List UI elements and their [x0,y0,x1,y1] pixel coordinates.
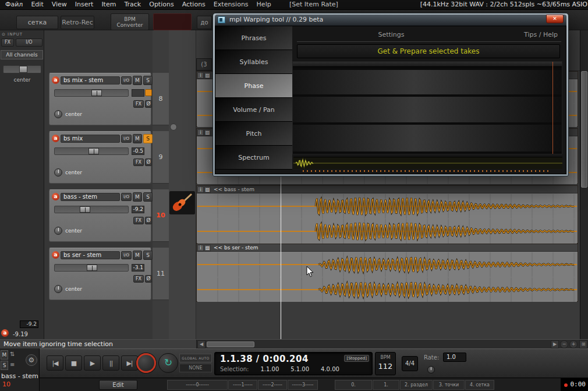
track-number[interactable]: 10 [153,189,169,242]
play-button[interactable]: ▶ [84,355,101,371]
fader-handle[interactable] [80,206,90,213]
menu-item-3[interactable]: Insert [71,0,98,9]
selection-value[interactable]: 4.0.00 [321,366,339,372]
track-pan-knob[interactable] [54,168,62,177]
item-info-icon[interactable]: i [197,72,204,79]
go-to-start-button[interactable]: |◀ [47,355,63,371]
menu-item-9[interactable]: Help [253,0,275,9]
fader-handle[interactable] [87,265,97,271]
stop-button[interactable]: ■ [65,355,82,371]
menu-item-2[interactable]: View [48,0,71,9]
repeat-button[interactable]: ↻ [158,353,178,373]
auto-arm-indicator[interactable] [145,89,152,96]
waveform-lane[interactable] [197,194,577,219]
bpm-converter-button[interactable]: BPM Converter [111,13,149,30]
tab-tips-help[interactable]: Tips / Help [524,31,558,38]
track-mute-button[interactable]: M [133,76,142,85]
track-fx-button[interactable]: FX [133,158,144,166]
menu-item-0[interactable]: Файл [1,0,27,9]
item-take-icon[interactable]: ▨ [204,129,211,136]
bpm-display[interactable]: BPM 112 [375,352,396,375]
menu-item-1[interactable]: Edit [27,0,47,9]
track-solo-button[interactable]: S [143,192,153,202]
track-pan-knob[interactable] [54,227,62,235]
track-io-button[interactable]: I/O [121,193,132,201]
track-volume-fader[interactable] [54,147,129,155]
track-solo-button[interactable]: S [143,251,153,260]
dialog-tab-syllables[interactable]: Syllables [215,50,292,74]
zoom-out-button[interactable]: − [560,340,568,348]
track-fx-bypass-button[interactable]: Ø [145,217,152,224]
track-io-button[interactable]: I/O [121,251,132,259]
track-volume-fader[interactable] [54,206,129,213]
master-volume-value[interactable]: -9.2 [20,320,38,328]
track-mute-button[interactable]: M [133,134,142,143]
routing-arrows-icon[interactable]: ⇅ [10,351,15,357]
pause-button[interactable]: || [102,355,119,371]
media-item-header[interactable]: i▨<< bass - stem [197,186,578,193]
menu-item-8[interactable]: Extensions [210,0,253,9]
dialog-tab-phase[interactable]: Phase [215,74,292,98]
grid-button[interactable]: сетка [16,16,58,29]
close-button[interactable]: ✕ [546,15,564,23]
item-info-icon[interactable]: i [197,186,204,193]
track-mute-button[interactable]: M [133,192,142,202]
gear-icon[interactable]: ⚙ [26,354,37,366]
menu-item-5[interactable]: Track [120,0,145,9]
dialog-take-waveform[interactable] [293,157,562,169]
selected-track-solo-button[interactable]: S [1,361,8,370]
strip-pan-fader-handle[interactable] [19,66,27,73]
track-pan-knob[interactable] [54,285,62,293]
track-name[interactable]: bs mix [61,135,120,143]
scroll-right-button[interactable]: ▶ [551,340,559,348]
time-signature[interactable]: 4/4 [402,356,418,371]
marker-button[interactable]: -----1----- [228,380,257,390]
strip-io-button[interactable]: I/O [16,38,42,47]
track-record-arm-badge[interactable]: a [52,135,59,142]
scroll-corner-button[interactable]: ⊞ [579,340,587,348]
record-button[interactable] [136,353,156,373]
dialog-tab-volume-pan[interactable]: Volume / Pan [215,98,292,122]
all-channels-selector[interactable]: All channels [1,50,43,59]
track-mute-button[interactable]: M [133,251,142,260]
partial-toolbar-button[interactable]: до [197,16,212,29]
waveform-lane[interactable] [197,277,577,302]
waveform-lane[interactable] [197,219,577,244]
track-io-button[interactable]: I/O [121,135,132,143]
marker-button[interactable]: -----2----- [258,380,287,390]
track-io-button[interactable]: I/O [121,76,132,84]
strip-fx-button[interactable]: FX [1,38,14,47]
track-volume-value[interactable] [132,89,144,97]
menu-lines-icon[interactable]: ≡ [10,361,15,368]
media-item[interactable]: i▨<< bs ser - stem [196,244,578,302]
track-volume-fader[interactable] [54,89,129,97]
strip-pan-fader[interactable] [3,65,41,73]
waveform-lane[interactable] [197,252,577,277]
item-take-icon[interactable]: ▨ [204,186,211,193]
selection-value[interactable]: 5.1.00 [291,366,309,372]
track-volume-value[interactable]: -0.5 [132,147,144,155]
selected-track-mute-button[interactable]: M [1,350,8,360]
track-volume-value[interactable]: -9.2 [132,206,144,213]
vertical-scrollbar-thumb[interactable] [581,71,587,188]
menu-item-6[interactable]: Options [145,0,178,9]
selection-value[interactable]: 1.1.00 [260,366,279,372]
track-name[interactable]: bs mix - stem [61,76,120,84]
track-fx-button[interactable]: FX [133,217,144,224]
go-to-end-button[interactable]: ▶| [121,355,138,371]
track-number[interactable]: 11 [153,248,169,300]
track-solo-button[interactable]: S [143,134,153,143]
marker-button[interactable]: ------0------ [167,380,228,390]
media-item-header[interactable]: i▨<< bs ser - stem [197,244,578,252]
master-record-arm-badge[interactable]: a [1,329,9,337]
global-auto-value[interactable]: NONE [179,364,212,372]
horizontal-scrollbar-thumb[interactable] [207,341,254,347]
zoom-in-button[interactable]: + [569,340,578,348]
menu-item-7[interactable]: Actions [178,0,210,9]
fader-handle[interactable] [88,148,99,154]
track-record-arm-badge[interactable]: a [52,76,59,84]
track-solo-button[interactable]: S [143,76,153,85]
track-number[interactable]: 9 [153,131,169,184]
track-pan-knob[interactable] [54,110,62,118]
track-name[interactable]: bs ser - stem [61,251,120,259]
